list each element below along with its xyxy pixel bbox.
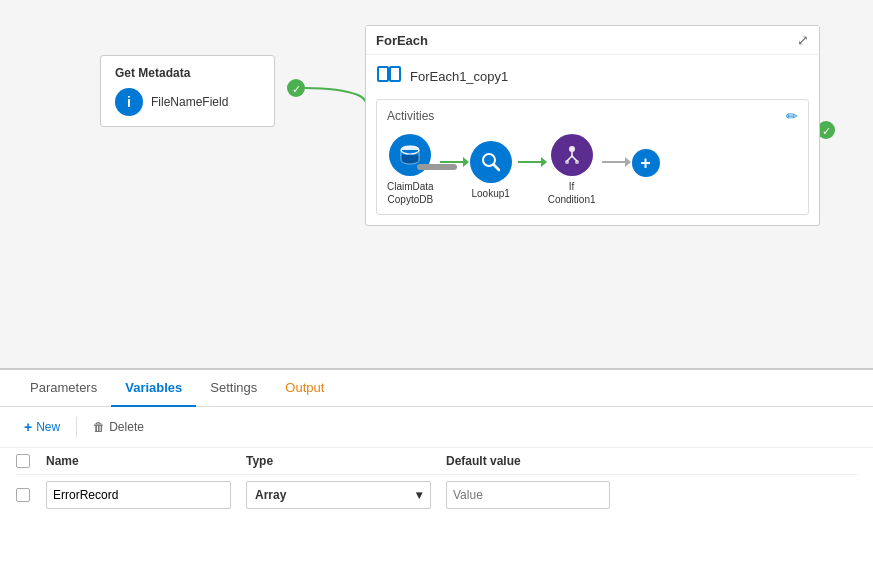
header-checkbox[interactable] (16, 454, 30, 468)
bottom-panel: Parameters Variables Settings Output + N… (0, 370, 873, 515)
arrow-1 (434, 161, 470, 163)
svg-rect-4 (378, 67, 388, 81)
tab-output[interactable]: Output (271, 370, 338, 407)
table-header-row: Name Type Default value (16, 448, 857, 475)
tab-parameters[interactable]: Parameters (16, 370, 111, 407)
svg-point-16 (575, 160, 579, 164)
variables-table: Name Type Default value Array ▾ (0, 448, 873, 515)
arrow-line-gray (602, 161, 626, 163)
activity-ifcondition[interactable]: IfCondition1 (548, 134, 596, 206)
lookup-label: Lookup1 (472, 187, 510, 200)
header-type: Type (246, 454, 446, 468)
foreach-header: ForEach ⤢ (366, 26, 819, 55)
new-button[interactable]: + New (16, 415, 68, 439)
edit-pencil-icon[interactable]: ✏ (786, 108, 798, 124)
get-metadata-node[interactable]: Get Metadata i FileNameField (100, 55, 275, 127)
foreach-name-label: ForEach1_copy1 (410, 69, 508, 84)
get-metadata-content: i FileNameField (115, 88, 260, 116)
ifcondition-label: IfCondition1 (548, 180, 596, 206)
foreach-loop-icon (376, 63, 402, 89)
arrow-3 (596, 161, 632, 163)
activities-header: Activities ✏ (387, 108, 798, 124)
chevron-down-icon: ▾ (416, 488, 422, 502)
svg-point-0 (287, 79, 305, 97)
trash-icon: 🗑 (93, 420, 105, 434)
activities-label: Activities (387, 109, 434, 123)
name-input[interactable] (46, 481, 231, 509)
type-select[interactable]: Array ▾ (246, 481, 431, 509)
row-checkbox[interactable] (16, 488, 30, 502)
header-default: Default value (446, 454, 857, 468)
get-metadata-title: Get Metadata (115, 66, 260, 80)
tab-settings[interactable]: Settings (196, 370, 271, 407)
claimdata-label: ClaimDataCopytoDB (387, 180, 434, 206)
row-type-cell: Array ▾ (246, 481, 446, 509)
row-name-cell (46, 481, 246, 509)
arrow-line-2 (518, 161, 542, 163)
add-activity-button[interactable]: + (632, 149, 660, 177)
foreach-container[interactable]: ForEach ⤢ ForEach1_copy1 Activities (365, 25, 820, 226)
delete-label: Delete (109, 420, 144, 434)
table-row: Array ▾ (16, 475, 857, 515)
header-name: Name (46, 454, 246, 468)
delete-button[interactable]: 🗑 Delete (85, 416, 152, 438)
row-default-cell (446, 481, 857, 509)
tabs-row: Parameters Variables Settings Output (0, 370, 873, 407)
arrow-line-1 (440, 161, 464, 163)
activities-row: ClaimDataCopytoDB (387, 134, 798, 206)
info-icon: i (115, 88, 143, 116)
plus-icon: + (24, 419, 32, 435)
row-checkbox-col (16, 488, 46, 502)
lookup-icon (470, 141, 512, 183)
foreach-header-title: ForEach (376, 33, 428, 48)
svg-text:✓: ✓ (292, 83, 301, 95)
ifcondition-icon (551, 134, 593, 176)
pipeline-canvas: ✓ ✓ Get Metadata i FileNameField ForEach… (0, 0, 873, 370)
toolbar-row: + New 🗑 Delete (0, 407, 873, 448)
svg-rect-5 (390, 67, 400, 81)
activity-lookup[interactable]: Lookup1 (470, 141, 512, 200)
toolbar-divider (76, 417, 77, 437)
header-checkbox-col (16, 454, 46, 468)
foreach-name-row: ForEach1_copy1 (376, 63, 809, 89)
svg-point-15 (565, 160, 569, 164)
default-value-input[interactable] (446, 481, 610, 509)
svg-text:✓: ✓ (822, 125, 831, 137)
add-icon: + (640, 153, 651, 174)
type-value: Array (255, 488, 286, 502)
new-label: New (36, 420, 60, 434)
arrow-2 (512, 161, 548, 163)
svg-line-10 (494, 165, 499, 170)
filename-field-label: FileNameField (151, 95, 228, 109)
collapse-handle[interactable] (417, 164, 457, 170)
svg-point-11 (569, 146, 575, 152)
expand-icon[interactable]: ⤢ (797, 32, 809, 48)
foreach-body: ForEach1_copy1 Activities ✏ (366, 55, 819, 225)
activity-claimdata[interactable]: ClaimDataCopytoDB (387, 134, 434, 206)
tab-variables[interactable]: Variables (111, 370, 196, 407)
activities-box: Activities ✏ C (376, 99, 809, 215)
